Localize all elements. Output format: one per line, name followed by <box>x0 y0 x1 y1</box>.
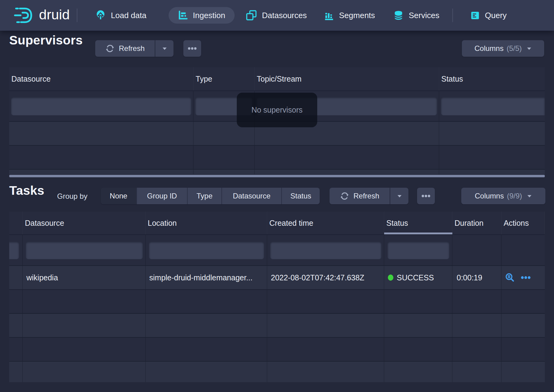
status-dot <box>388 275 393 281</box>
tasks-more-button[interactable] <box>417 188 435 204</box>
tasks-col-datasource[interactable]: Datasource <box>23 212 146 234</box>
supervisors-columns-button[interactable]: Columns (5/5) <box>462 40 544 57</box>
columns-label: Columns <box>474 44 504 53</box>
tasks-filter-location[interactable] <box>149 241 264 259</box>
nav-divider <box>77 9 77 22</box>
refresh-label: Refresh <box>119 44 145 53</box>
nav-label: Query <box>485 11 507 20</box>
refresh-label: Refresh <box>353 192 379 200</box>
no-supervisors-message: No supervisors <box>237 93 317 127</box>
tasks-col-location[interactable]: Location <box>146 212 267 234</box>
druid-logo-icon <box>14 6 34 25</box>
group-by-type-button[interactable]: Type <box>187 188 221 204</box>
nav-label: Datasources <box>262 11 307 20</box>
table-row <box>9 169 545 174</box>
nav-item-segments[interactable]: Segments <box>324 0 375 31</box>
segments-icon <box>324 10 334 20</box>
more-icon <box>187 44 197 53</box>
tasks-filter-status[interactable] <box>388 241 449 259</box>
services-icon <box>393 10 404 21</box>
tasks-table: Datasource Location Created time Status … <box>9 212 545 382</box>
datasources-icon <box>246 10 257 21</box>
group-by-buttons: None Group ID Type Datasource Status <box>101 188 320 204</box>
chevron-down-icon <box>162 47 167 50</box>
nav-divider <box>452 9 453 22</box>
upload-icon <box>95 10 106 21</box>
nav-item-query[interactable]: Query <box>470 0 507 31</box>
nav-label: Segments <box>339 11 375 20</box>
task-datasource: wikipedia <box>23 273 58 282</box>
task-status: SUCCESS <box>397 273 434 282</box>
tasks-col-duration[interactable]: Duration <box>452 212 501 234</box>
nav-item-datasources[interactable]: Datasources <box>246 0 307 31</box>
tasks-filter-created-time[interactable] <box>270 241 381 259</box>
supervisors-col-topic[interactable]: Topic/Stream <box>255 67 439 90</box>
tasks-col-status[interactable]: Status <box>384 212 452 234</box>
supervisors-col-status[interactable]: Status <box>439 67 545 90</box>
chevron-down-icon <box>527 47 532 50</box>
tasks-filter-datasource[interactable] <box>26 241 143 259</box>
tasks-col-position[interactable] <box>9 212 23 234</box>
columns-count: (5/5) <box>507 44 522 53</box>
group-by-label: Group by <box>57 192 88 201</box>
nav-label: Services <box>409 11 439 20</box>
chevron-down-icon <box>397 194 402 198</box>
supervisors-refresh-dropdown[interactable] <box>155 40 174 57</box>
supervisors-col-datasource[interactable]: Datasource <box>9 67 193 90</box>
horizontal-scrollbar[interactable] <box>9 175 545 177</box>
nav-label: Load data <box>111 11 146 20</box>
tasks-refresh-dropdown[interactable] <box>390 188 408 204</box>
nav-item-services[interactable]: Services <box>393 0 439 31</box>
task-created-time: 2022-08-02T07:42:47.638Z <box>267 273 364 282</box>
task-duration: 0:00:19 <box>452 273 482 282</box>
tasks-col-created-time[interactable]: Created time <box>267 212 384 234</box>
chevron-down-icon <box>527 194 532 198</box>
table-row <box>9 361 545 382</box>
tasks-title: Tasks <box>9 183 44 198</box>
refresh-icon <box>340 191 349 201</box>
refresh-icon <box>105 44 115 53</box>
table-row <box>9 313 545 337</box>
table-row <box>9 289 545 313</box>
supervisors-filter-status[interactable] <box>441 97 545 115</box>
task-details-icon[interactable] <box>505 272 515 283</box>
group-by-none-button[interactable]: None <box>101 188 136 204</box>
query-icon <box>470 10 480 20</box>
supervisors-col-type[interactable]: Type <box>193 67 255 90</box>
group-by-status-button[interactable]: Status <box>281 188 320 204</box>
supervisors-filter-datasource[interactable] <box>11 97 191 115</box>
table-row <box>9 337 545 361</box>
supervisors-refresh-button[interactable]: Refresh <box>95 40 155 57</box>
columns-count: (9/9) <box>507 192 522 200</box>
tasks-filter-position[interactable] <box>9 241 19 259</box>
ingestion-icon <box>178 10 188 20</box>
task-row-wikipedia[interactable]: wikipedia simple-druid-middlemanager... … <box>9 265 545 289</box>
tasks-col-actions[interactable]: Actions <box>501 212 545 234</box>
status-sort-indicator <box>384 233 452 234</box>
table-row <box>9 145 545 169</box>
navbar: druid Load data Ingestion Datasources <box>0 0 554 31</box>
more-icon <box>421 191 431 201</box>
group-by-datasource-button[interactable]: Datasource <box>221 188 281 204</box>
tasks-refresh-button[interactable]: Refresh <box>330 188 390 204</box>
nav-item-ingestion[interactable]: Ingestion <box>169 7 235 24</box>
task-location: simple-druid-middlemanager... <box>146 273 252 282</box>
brand-name: druid <box>39 7 70 23</box>
columns-label: Columns <box>475 192 504 200</box>
nav-label: Ingestion <box>193 11 225 20</box>
supervisors-table: Datasource Type Topic/Stream Status No s… <box>9 67 545 177</box>
task-actions-menu-icon[interactable] <box>521 273 531 282</box>
supervisors-more-button[interactable] <box>183 40 201 57</box>
tasks-columns-button[interactable]: Columns (9/9) <box>461 188 545 204</box>
group-by-group-id-button[interactable]: Group ID <box>136 188 187 204</box>
druid-logo[interactable]: druid <box>14 6 70 25</box>
supervisors-title: Supervisors <box>9 33 83 48</box>
nav-item-load-data[interactable]: Load data <box>95 0 146 31</box>
